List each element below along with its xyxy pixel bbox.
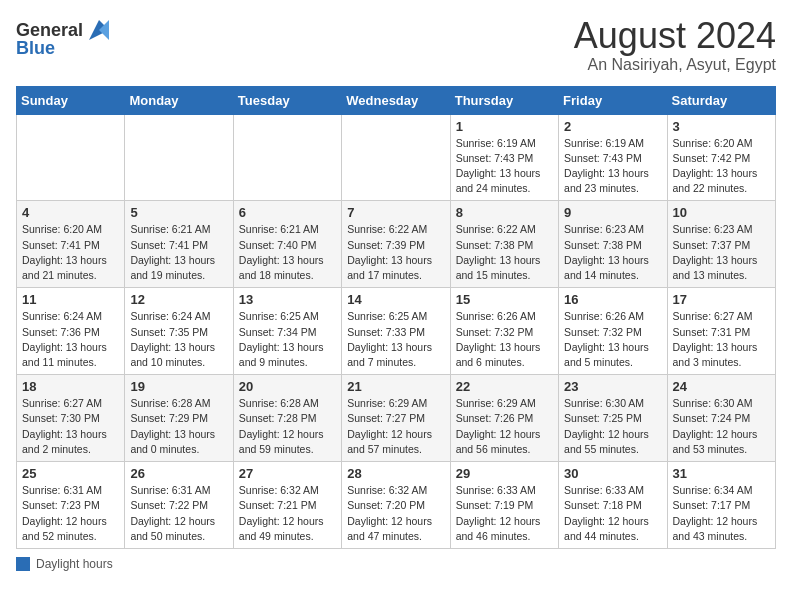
day-info: Sunrise: 6:25 AM Sunset: 7:34 PM Dayligh… [239,309,336,370]
day-info: Sunrise: 6:27 AM Sunset: 7:31 PM Dayligh… [673,309,770,370]
weekday-header-wednesday: Wednesday [342,86,450,114]
day-number: 9 [564,205,661,220]
weekday-header-sunday: Sunday [17,86,125,114]
calendar-cell: 30Sunrise: 6:33 AM Sunset: 7:18 PM Dayli… [559,462,667,549]
calendar-cell: 31Sunrise: 6:34 AM Sunset: 7:17 PM Dayli… [667,462,775,549]
day-number: 16 [564,292,661,307]
day-number: 25 [22,466,119,481]
day-number: 4 [22,205,119,220]
calendar-cell: 10Sunrise: 6:23 AM Sunset: 7:37 PM Dayli… [667,201,775,288]
day-info: Sunrise: 6:23 AM Sunset: 7:37 PM Dayligh… [673,222,770,283]
day-info: Sunrise: 6:21 AM Sunset: 7:40 PM Dayligh… [239,222,336,283]
logo: General Blue [16,16,113,59]
day-number: 3 [673,119,770,134]
day-number: 24 [673,379,770,394]
calendar-cell [233,114,341,201]
month-year: August 2024 [574,16,776,56]
day-number: 21 [347,379,444,394]
calendar-cell: 17Sunrise: 6:27 AM Sunset: 7:31 PM Dayli… [667,288,775,375]
day-info: Sunrise: 6:30 AM Sunset: 7:25 PM Dayligh… [564,396,661,457]
calendar-cell: 21Sunrise: 6:29 AM Sunset: 7:27 PM Dayli… [342,375,450,462]
day-number: 22 [456,379,553,394]
day-number: 8 [456,205,553,220]
day-number: 13 [239,292,336,307]
day-number: 19 [130,379,227,394]
weekday-header-monday: Monday [125,86,233,114]
calendar-cell: 16Sunrise: 6:26 AM Sunset: 7:32 PM Dayli… [559,288,667,375]
day-number: 14 [347,292,444,307]
title-area: August 2024 An Nasiriyah, Asyut, Egypt [574,16,776,74]
day-number: 28 [347,466,444,481]
weekday-header-row: SundayMondayTuesdayWednesdayThursdayFrid… [17,86,776,114]
day-info: Sunrise: 6:25 AM Sunset: 7:33 PM Dayligh… [347,309,444,370]
weekday-header-friday: Friday [559,86,667,114]
calendar-cell: 26Sunrise: 6:31 AM Sunset: 7:22 PM Dayli… [125,462,233,549]
day-number: 31 [673,466,770,481]
day-info: Sunrise: 6:19 AM Sunset: 7:43 PM Dayligh… [564,136,661,197]
day-number: 17 [673,292,770,307]
calendar-cell: 11Sunrise: 6:24 AM Sunset: 7:36 PM Dayli… [17,288,125,375]
day-info: Sunrise: 6:28 AM Sunset: 7:29 PM Dayligh… [130,396,227,457]
calendar-cell [342,114,450,201]
calendar-cell: 3Sunrise: 6:20 AM Sunset: 7:42 PM Daylig… [667,114,775,201]
day-info: Sunrise: 6:20 AM Sunset: 7:41 PM Dayligh… [22,222,119,283]
day-number: 26 [130,466,227,481]
weekday-header-saturday: Saturday [667,86,775,114]
calendar-cell: 1Sunrise: 6:19 AM Sunset: 7:43 PM Daylig… [450,114,558,201]
calendar-cell: 27Sunrise: 6:32 AM Sunset: 7:21 PM Dayli… [233,462,341,549]
day-number: 18 [22,379,119,394]
calendar-cell: 14Sunrise: 6:25 AM Sunset: 7:33 PM Dayli… [342,288,450,375]
day-number: 29 [456,466,553,481]
day-number: 6 [239,205,336,220]
calendar-cell: 9Sunrise: 6:23 AM Sunset: 7:38 PM Daylig… [559,201,667,288]
calendar-cell: 12Sunrise: 6:24 AM Sunset: 7:35 PM Dayli… [125,288,233,375]
calendar-cell: 19Sunrise: 6:28 AM Sunset: 7:29 PM Dayli… [125,375,233,462]
calendar-table: SundayMondayTuesdayWednesdayThursdayFrid… [16,86,776,549]
day-number: 12 [130,292,227,307]
week-row-1: 1Sunrise: 6:19 AM Sunset: 7:43 PM Daylig… [17,114,776,201]
legend: Daylight hours [16,557,776,571]
day-info: Sunrise: 6:30 AM Sunset: 7:24 PM Dayligh… [673,396,770,457]
calendar-cell: 20Sunrise: 6:28 AM Sunset: 7:28 PM Dayli… [233,375,341,462]
calendar-cell: 7Sunrise: 6:22 AM Sunset: 7:39 PM Daylig… [342,201,450,288]
day-number: 2 [564,119,661,134]
day-number: 27 [239,466,336,481]
calendar-cell: 24Sunrise: 6:30 AM Sunset: 7:24 PM Dayli… [667,375,775,462]
day-info: Sunrise: 6:33 AM Sunset: 7:18 PM Dayligh… [564,483,661,544]
week-row-3: 11Sunrise: 6:24 AM Sunset: 7:36 PM Dayli… [17,288,776,375]
location: An Nasiriyah, Asyut, Egypt [574,56,776,74]
day-info: Sunrise: 6:34 AM Sunset: 7:17 PM Dayligh… [673,483,770,544]
day-info: Sunrise: 6:24 AM Sunset: 7:35 PM Dayligh… [130,309,227,370]
weekday-header-tuesday: Tuesday [233,86,341,114]
calendar-cell: 6Sunrise: 6:21 AM Sunset: 7:40 PM Daylig… [233,201,341,288]
day-info: Sunrise: 6:33 AM Sunset: 7:19 PM Dayligh… [456,483,553,544]
calendar-cell: 8Sunrise: 6:22 AM Sunset: 7:38 PM Daylig… [450,201,558,288]
calendar-cell [125,114,233,201]
day-info: Sunrise: 6:32 AM Sunset: 7:20 PM Dayligh… [347,483,444,544]
legend-box [16,557,30,571]
day-number: 1 [456,119,553,134]
day-number: 7 [347,205,444,220]
day-number: 5 [130,205,227,220]
day-info: Sunrise: 6:24 AM Sunset: 7:36 PM Dayligh… [22,309,119,370]
calendar-cell: 2Sunrise: 6:19 AM Sunset: 7:43 PM Daylig… [559,114,667,201]
day-info: Sunrise: 6:21 AM Sunset: 7:41 PM Dayligh… [130,222,227,283]
day-number: 10 [673,205,770,220]
calendar-cell: 5Sunrise: 6:21 AM Sunset: 7:41 PM Daylig… [125,201,233,288]
day-info: Sunrise: 6:28 AM Sunset: 7:28 PM Dayligh… [239,396,336,457]
day-info: Sunrise: 6:26 AM Sunset: 7:32 PM Dayligh… [456,309,553,370]
weekday-header-thursday: Thursday [450,86,558,114]
logo-blue: Blue [16,38,55,59]
day-number: 15 [456,292,553,307]
day-info: Sunrise: 6:32 AM Sunset: 7:21 PM Dayligh… [239,483,336,544]
calendar-cell: 4Sunrise: 6:20 AM Sunset: 7:41 PM Daylig… [17,201,125,288]
calendar-cell: 18Sunrise: 6:27 AM Sunset: 7:30 PM Dayli… [17,375,125,462]
calendar-cell: 28Sunrise: 6:32 AM Sunset: 7:20 PM Dayli… [342,462,450,549]
day-info: Sunrise: 6:27 AM Sunset: 7:30 PM Dayligh… [22,396,119,457]
week-row-5: 25Sunrise: 6:31 AM Sunset: 7:23 PM Dayli… [17,462,776,549]
legend-label: Daylight hours [36,557,113,571]
day-info: Sunrise: 6:26 AM Sunset: 7:32 PM Dayligh… [564,309,661,370]
day-info: Sunrise: 6:20 AM Sunset: 7:42 PM Dayligh… [673,136,770,197]
day-info: Sunrise: 6:31 AM Sunset: 7:23 PM Dayligh… [22,483,119,544]
day-number: 23 [564,379,661,394]
